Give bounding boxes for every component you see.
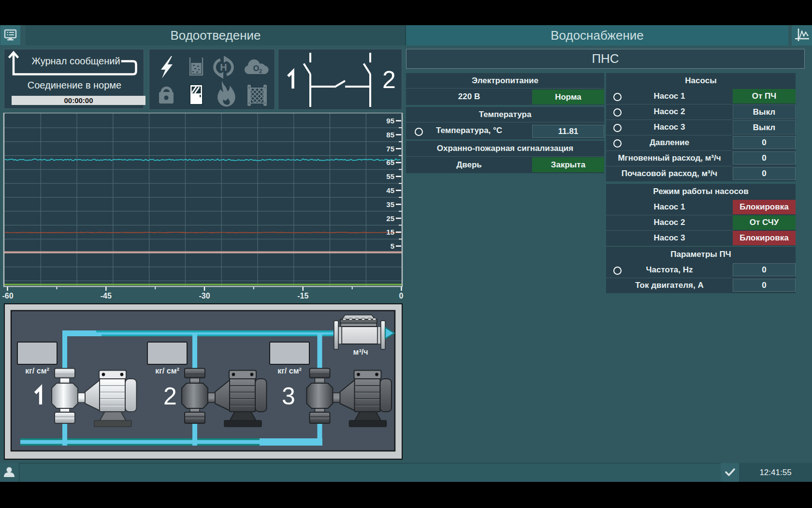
svg-text:2: 2 bbox=[259, 68, 262, 74]
svg-text:H: H bbox=[220, 62, 227, 73]
svg-text:-45: -45 bbox=[101, 292, 112, 300]
svg-text:55: 55 bbox=[386, 172, 394, 180]
svg-text:0: 0 bbox=[399, 292, 404, 300]
svg-text:15: 15 bbox=[386, 228, 394, 236]
svg-text:-30: -30 bbox=[199, 292, 210, 300]
svg-text:95: 95 bbox=[386, 117, 394, 125]
svg-text:65: 65 bbox=[386, 158, 394, 166]
svg-text:-15: -15 bbox=[297, 292, 308, 300]
svg-text:75: 75 bbox=[386, 145, 394, 153]
svg-text:2: 2 bbox=[382, 66, 396, 93]
svg-text:5: 5 bbox=[391, 242, 394, 250]
svg-text:2: 2 bbox=[163, 383, 177, 410]
svg-text:кг/ см²: кг/ см² bbox=[277, 367, 302, 375]
svg-text:м³/ч: м³/ч bbox=[353, 348, 368, 356]
svg-text:35: 35 bbox=[386, 200, 394, 209]
svg-text:кг/ см²: кг/ см² bbox=[155, 367, 179, 375]
svg-text:кг/ см²: кг/ см² bbox=[25, 367, 49, 375]
svg-text:3: 3 bbox=[282, 383, 295, 410]
svg-text:-60: -60 bbox=[2, 292, 13, 300]
svg-text:25: 25 bbox=[386, 214, 394, 223]
svg-text:45: 45 bbox=[386, 186, 394, 194]
svg-text:O: O bbox=[253, 64, 259, 73]
svg-text:85: 85 bbox=[386, 131, 394, 139]
